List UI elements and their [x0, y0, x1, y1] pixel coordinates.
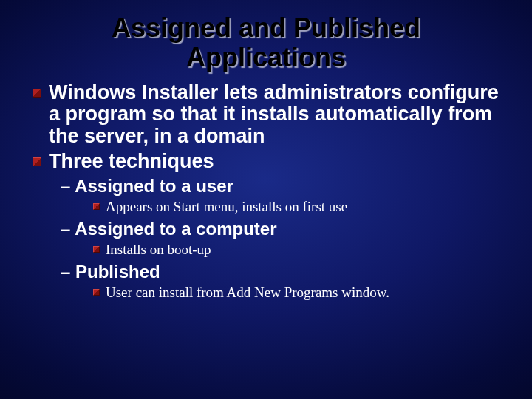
title-line-2: Applications	[186, 42, 346, 72]
subsub-1: Appears on Start menu, installs on first…	[93, 199, 502, 215]
square-bullet-icon	[93, 289, 100, 296]
subsub-2-text: Installs on boot-up	[106, 242, 502, 258]
slide: Assigned and Published Applications Wind…	[0, 0, 532, 399]
subsub-3-text: User can install from Add New Programs w…	[106, 284, 502, 301]
square-bullet-icon	[33, 157, 41, 166]
square-bullet-icon	[93, 203, 100, 210]
slide-title: Assigned and Published Applications	[30, 13, 502, 73]
title-line-1: Assigned and Published	[112, 13, 420, 43]
bullet-1-text: Windows Installer lets administrators co…	[49, 82, 502, 148]
square-bullet-icon	[33, 89, 41, 98]
subbullet-1: – Assigned to a user	[61, 175, 502, 197]
subsub-1-text: Appears on Start menu, installs on first…	[106, 199, 502, 215]
square-bullet-icon	[93, 246, 100, 253]
bullet-2-text: Three techniques	[49, 151, 502, 173]
bullet-2: Three techniques	[33, 151, 502, 173]
bullet-1: Windows Installer lets administrators co…	[33, 82, 502, 148]
subbullet-3: – Published	[61, 261, 502, 283]
subsub-3: User can install from Add New Programs w…	[93, 284, 502, 301]
subbullet-2: – Assigned to a computer	[61, 218, 502, 240]
subsub-2: Installs on boot-up	[93, 242, 502, 258]
